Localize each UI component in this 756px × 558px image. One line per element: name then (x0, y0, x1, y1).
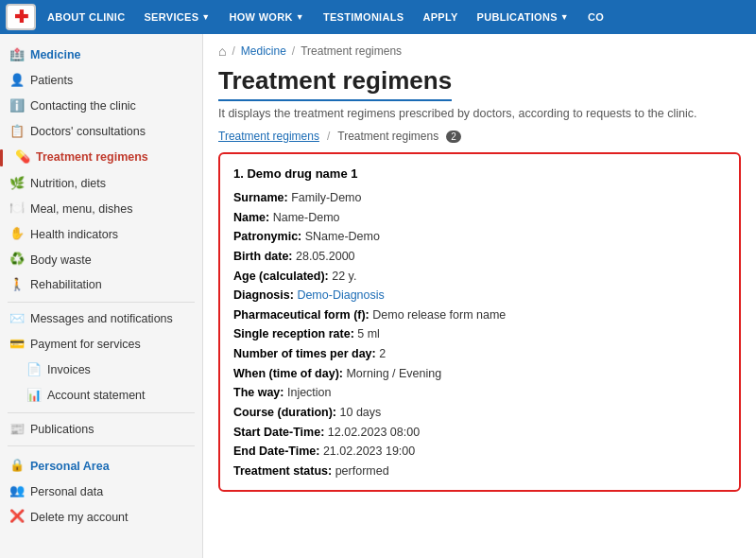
health-icon: ✋ (9, 226, 25, 242)
nutrition-icon: 🌿 (9, 176, 25, 192)
patients-icon: 👤 (9, 73, 25, 89)
field-value: performed (335, 464, 389, 478)
main-content: ⌂ / Medicine / Treatment regimens Treatm… (203, 34, 756, 558)
field-label: Surname: (233, 191, 291, 204)
sidebar-section-medicine[interactable]: 🏥 Medicine (0, 40, 202, 68)
field-label: The way: (233, 386, 287, 399)
main-layout: 🏥 Medicine 👤 Patients ℹ️ Contacting the … (0, 34, 756, 558)
field-label: Start Date-Time: (233, 426, 328, 439)
field-value: Family-Demo (291, 191, 361, 204)
field-value: 21.02.2023 19:00 (323, 445, 415, 458)
personal-area-icon: 🔒 (9, 458, 25, 474)
sidebar-item-body-waste[interactable]: ♻️ Body waste (0, 247, 202, 272)
diagnosis-link[interactable]: Demo-Diagnosis (297, 288, 384, 302)
sub-breadcrumb-current: Treatment regimens (337, 130, 438, 143)
payment-icon: 💳 (9, 337, 25, 353)
nav-about-clinic[interactable]: ABOUT CLINIC (40, 0, 132, 34)
nav-publications[interactable]: PUBLICATIONS ▼ (470, 0, 577, 34)
field-label: Pharmaceutical form (f): (233, 308, 372, 322)
card-field-row: Diagnosis: Demo-Diagnosis (233, 286, 726, 305)
delete-account-icon: ❌ (9, 509, 25, 525)
field-label: When (time of day): (233, 367, 346, 380)
chevron-down-icon: ▼ (296, 12, 304, 22)
sidebar-item-meal[interactable]: 🍽️ Meal, menu, dishes (0, 196, 202, 221)
nav-testimonials[interactable]: TESTIMONIALS (316, 0, 412, 34)
contacting-icon: ℹ️ (9, 98, 25, 114)
field-value: Demo release form name (372, 308, 506, 322)
meal-icon: 🍽️ (9, 201, 25, 217)
breadcrumb-separator-1: / (232, 44, 234, 58)
card-field-row: Birth date: 28.05.2000 (233, 247, 726, 267)
field-value[interactable]: Demo-Diagnosis (297, 288, 384, 302)
treatment-icon: 💊 (15, 149, 30, 166)
sidebar-item-patients[interactable]: 👤 Patients (0, 68, 202, 94)
field-value: 12.02.2023 08:00 (328, 426, 420, 439)
sidebar-section-personal[interactable]: 🔒 Personal Area (0, 450, 202, 479)
field-value: SName-Demo (305, 230, 380, 243)
field-label: End Date-Time: (233, 445, 323, 458)
field-label: Birth date: (233, 250, 296, 263)
body-waste-icon: ♻️ (9, 252, 25, 268)
card-field-row: Age (calculated): 22 y. (233, 267, 726, 287)
field-value: 28.05.2000 (296, 250, 355, 263)
sidebar-item-health-indicators[interactable]: ✋ Health indicators (0, 221, 202, 247)
card-field-row: Surname: Family-Demo (233, 188, 726, 208)
logo-cross-icon: ✚ (14, 9, 28, 26)
breadcrumb-medicine-link[interactable]: Medicine (241, 44, 286, 58)
sub-breadcrumb-badge: 2 (446, 131, 461, 143)
sidebar-item-contacting[interactable]: ℹ️ Contacting the clinic (0, 94, 202, 119)
medicine-icon: 🏥 (9, 47, 25, 63)
field-value: 10 days (340, 406, 382, 419)
field-label: Name: (233, 211, 273, 224)
messages-icon: ✉️ (9, 311, 25, 327)
home-icon[interactable]: ⌂ (218, 44, 226, 59)
card-field-row: Single reception rate: 5 ml (233, 324, 726, 344)
card-field-row: Name: Name-Demo (233, 208, 726, 228)
card-field-row: Number of times per day: 2 (233, 344, 726, 364)
card-field-row: End Date-Time: 21.02.2023 19:00 (233, 442, 726, 462)
field-value: 22 y. (332, 270, 356, 283)
field-label: Treatment status: (233, 464, 335, 478)
nav-how-work[interactable]: HOW WORK ▼ (222, 0, 312, 34)
nav-apply[interactable]: APPLY (415, 0, 465, 34)
field-value: Name-Demo (273, 211, 340, 224)
nav-services[interactable]: SERVICES ▼ (136, 0, 217, 34)
sidebar-item-delete-account[interactable]: ❌ Delete my account (0, 504, 202, 530)
field-label: Course (duration): (233, 406, 340, 419)
field-label: Number of times per day: (233, 347, 379, 360)
sub-breadcrumb-sep: / (327, 130, 330, 143)
sidebar-item-nutrition[interactable]: 🌿 Nutrition, diets (0, 171, 202, 197)
logo[interactable]: ✚ (6, 4, 36, 30)
card-field-row: The way: Injection (233, 383, 726, 403)
sidebar-item-account-statement[interactable]: 📊 Account statement (0, 383, 202, 409)
sidebar-item-messages[interactable]: ✉️ Messages and notifications (0, 306, 202, 332)
card-field-row: Pharmaceutical form (f): Demo release fo… (233, 305, 726, 325)
sub-breadcrumb-link[interactable]: Treatment regimens (218, 130, 319, 143)
field-label: Single reception rate: (233, 327, 357, 340)
card-field-row: When (time of day): Morning / Evening (233, 364, 726, 384)
page-description: It displays the treatment regimens presc… (218, 107, 741, 120)
card-field-row: Patronymic: SName-Demo (233, 227, 726, 247)
sidebar-item-publications[interactable]: 📰 Publications (0, 417, 202, 443)
chevron-down-icon: ▼ (201, 12, 210, 22)
treatment-card: 1. Demo drug name 1 Surname: Family-Demo… (218, 152, 741, 492)
sidebar-item-rehabilitation[interactable]: 🚶 Rehabilitation (0, 272, 202, 298)
account-statement-icon: 📊 (26, 388, 42, 404)
rehabilitation-icon: 🚶 (9, 277, 25, 293)
active-indicator (0, 149, 3, 166)
card-fields: Surname: Family-DemoName: Name-DemoPatro… (233, 188, 726, 480)
publications-icon: 📰 (9, 422, 25, 438)
sidebar-item-treatment-regimens[interactable]: 💊 Treatment regimens (0, 145, 202, 171)
chevron-down-icon: ▼ (560, 12, 569, 22)
sidebar-item-consultations[interactable]: 📋 Doctors' consultations (0, 119, 202, 145)
personal-data-icon: 👥 (9, 483, 25, 499)
breadcrumb: ⌂ / Medicine / Treatment regimens (218, 44, 741, 59)
sidebar: 🏥 Medicine 👤 Patients ℹ️ Contacting the … (0, 34, 203, 558)
nav-co[interactable]: CO (580, 0, 611, 34)
top-navigation: ✚ ABOUT CLINIC SERVICES ▼ HOW WORK ▼ TES… (0, 0, 756, 34)
field-value: 2 (379, 347, 386, 360)
field-value: Morning / Evening (346, 367, 441, 380)
sidebar-item-personal-data[interactable]: 👥 Personal data (0, 479, 202, 504)
sidebar-item-payment[interactable]: 💳 Payment for services (0, 332, 202, 357)
sidebar-item-invoices[interactable]: 📄 Invoices (0, 357, 202, 383)
